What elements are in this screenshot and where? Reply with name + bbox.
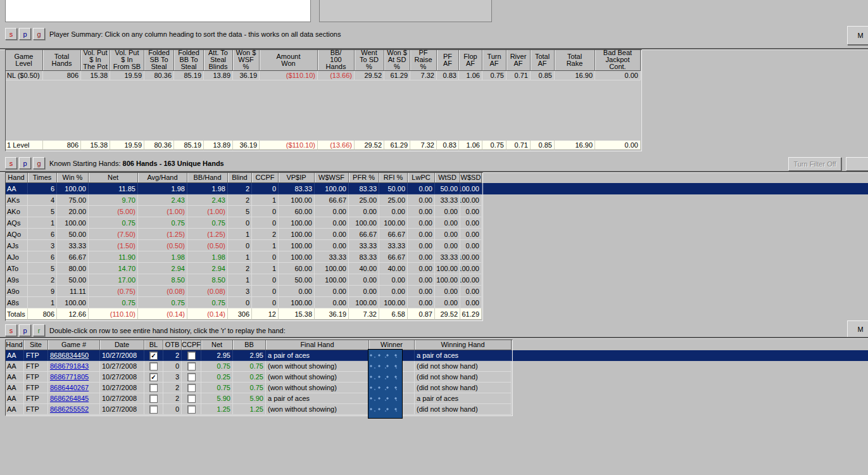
column-header-pf-raise[interactable]: PF Raise %: [410, 49, 437, 71]
column-header-bad-beat[interactable]: Bad Beat Jackpot Cont.: [595, 49, 641, 71]
column-header-date[interactable]: Date: [100, 339, 144, 350]
column-header-river-af[interactable]: River AF: [506, 49, 531, 71]
top-left-list-pane[interactable]: [5, 0, 311, 22]
table-row-selected[interactable]: AA6100.0011.851.981.982083.33100.0083.33…: [5, 183, 868, 194]
table-row[interactable]: AQo650.00(7.50)(1.25)(1.25)12100.000.006…: [5, 229, 868, 240]
checkbox-checked[interactable]: ✓: [149, 373, 158, 381]
table-row[interactable]: ATo580.0014.702.942.942160.00100.0040.00…: [5, 263, 868, 274]
table-row[interactable]: AAFTP868644026710/27/200820.750.75(won w…: [5, 383, 868, 393]
turn-filter-off-button[interactable]: Turn Filter Off: [788, 157, 841, 171]
column-header-final-hand[interactable]: Final Hand: [266, 339, 369, 350]
column-header-net[interactable]: Net: [89, 172, 138, 183]
column-header-bb-hand[interactable]: BB/Hand: [187, 172, 228, 183]
column-header-pfr[interactable]: PFR %: [349, 172, 379, 183]
checkbox-unchecked[interactable]: [187, 362, 196, 370]
history-print-button-p[interactable]: p: [19, 324, 31, 336]
column-header-wwsf[interactable]: W$WSF: [315, 172, 349, 183]
column-header-flop-af[interactable]: Flop AF: [459, 49, 482, 71]
table-row[interactable]: AQs1100.000.750.750.7500100.000.00100.00…: [5, 217, 868, 229]
column-header-vpip[interactable]: VP$IP: [279, 172, 315, 183]
column-header-hand[interactable]: Hand: [5, 172, 28, 183]
table-row[interactable]: NL ($0.50)80615.3819.5980.3685.1913.8936…: [5, 71, 641, 80]
column-header-wsd[interactable]: W$SD: [460, 172, 482, 183]
checkbox-unchecked[interactable]: [187, 373, 196, 381]
checkbox-checked[interactable]: ✓: [149, 352, 158, 360]
column-header-otb[interactable]: OTB: [163, 339, 182, 350]
checkbox-unchecked[interactable]: [149, 405, 158, 414]
table-row[interactable]: A8s1100.000.750.750.7500100.000.00100.00…: [5, 297, 868, 308]
column-header-folded-sb[interactable]: Folded SB To Steal: [144, 49, 174, 71]
game-number-link[interactable]: 8686255552: [50, 405, 89, 413]
checkbox-unchecked[interactable]: [187, 395, 196, 403]
table-row-selected[interactable]: AAFTP868683445010/27/2008✓22.952.95a pai…: [5, 350, 868, 361]
game-number-link[interactable]: 8686791843: [50, 362, 89, 370]
checkbox-unchecked[interactable]: [149, 395, 158, 403]
column-header-vpip-sb[interactable]: Vol. Put $ In From SB: [110, 49, 144, 71]
summary-print-button-p[interactable]: p: [19, 28, 31, 40]
column-header-winning-hand[interactable]: Winning Hand: [415, 339, 512, 350]
column-header-went-sd[interactable]: Went To SD %: [355, 49, 384, 71]
column-header-total-af[interactable]: Total AF: [531, 49, 555, 71]
column-header-total-rake[interactable]: Total Rake: [555, 49, 595, 71]
column-header-vpip-pot[interactable]: Vol. Put $ In The Pot: [81, 49, 110, 71]
table-row[interactable]: AJs333.33(1.50)(0.50)(0.50)01100.000.003…: [5, 240, 868, 251]
cell-text-pfr: 0.00: [363, 288, 377, 295]
history-m-button[interactable]: M: [847, 320, 868, 338]
column-header-folded-bb[interactable]: Folded BB To Steal: [174, 49, 204, 71]
summary-sort-button-s[interactable]: s: [5, 28, 17, 40]
table-row[interactable]: AAFTP868626484510/27/200825.905.90a pair…: [5, 393, 868, 404]
column-header-hand[interactable]: Hand: [5, 339, 24, 350]
column-header-net[interactable]: Net: [201, 339, 233, 350]
column-header-att-steal[interactable]: Att. To Steal Blinds: [204, 49, 233, 71]
column-header-site[interactable]: Site: [24, 339, 48, 350]
column-header-times[interactable]: Times: [28, 172, 57, 183]
game-number-link[interactable]: 8686440267: [50, 384, 89, 391]
table-row[interactable]: AKo520.00(5.00)(1.00)(1.00)5060.000.000.…: [5, 206, 868, 217]
column-header-wtsd[interactable]: WtSD: [435, 172, 460, 183]
column-header-won-sd[interactable]: Won $ At SD %: [384, 49, 410, 71]
checkbox-unchecked[interactable]: [187, 384, 196, 392]
table-row[interactable]: AAFTP868677180510/27/2008✓30.250.25(won …: [5, 372, 868, 383]
cell-text-hand: A8s: [7, 299, 19, 307]
game-number-link[interactable]: 8686771805: [50, 373, 89, 381]
cut-off-button[interactable]: [846, 157, 868, 171]
column-header-bl[interactable]: BL: [144, 339, 163, 350]
summary-graph-button-g[interactable]: g: [33, 28, 45, 40]
column-header-game-number[interactable]: Game #: [48, 339, 100, 350]
top-right-list-pane[interactable]: [319, 0, 492, 22]
checkbox-unchecked[interactable]: [187, 352, 196, 360]
table-row[interactable]: AAFTP868679184310/27/200800.750.75(won w…: [5, 361, 868, 372]
checkbox-unchecked[interactable]: [149, 362, 158, 370]
history-replay-button-r[interactable]: r: [33, 324, 45, 336]
checkbox-unchecked[interactable]: [149, 384, 158, 392]
hands-print-button-p[interactable]: p: [19, 157, 31, 169]
game-number-link[interactable]: 8686834450: [50, 352, 89, 359]
game-number-link[interactable]: 8686264845: [50, 395, 89, 402]
table-row[interactable]: AAFTP868625555210/27/200801.251.25(won w…: [5, 404, 868, 415]
cell-pfr: 100.00: [349, 217, 379, 229]
table-row[interactable]: A9o911.11(0.75)(0.08)(0.08)300.000.000.0…: [5, 286, 868, 297]
column-header-bb[interactable]: BB: [233, 339, 266, 350]
column-header-won-wsf[interactable]: Won $ WSF %: [233, 49, 260, 71]
hands-graph-button-g[interactable]: g: [33, 157, 45, 169]
table-row[interactable]: A9s250.0017.008.508.501050.00100.000.000…: [5, 274, 868, 286]
column-header-lwpc[interactable]: LwPC: [408, 172, 435, 183]
column-header-amount-won[interactable]: Amount Won: [260, 49, 318, 71]
column-header-pf-af[interactable]: PF AF: [437, 49, 459, 71]
column-header-win-pct[interactable]: Win %: [57, 172, 89, 183]
table-row[interactable]: AKs475.009.702.432.4321100.0066.6725.002…: [5, 194, 868, 206]
column-header-total-hands[interactable]: Total Hands: [43, 49, 81, 71]
column-header-level[interactable]: Game Level: [5, 49, 43, 71]
column-header-rfi[interactable]: RFI %: [379, 172, 408, 183]
column-header-avg-hand[interactable]: Avg/Hand: [138, 172, 187, 183]
table-row[interactable]: AJo666.6711.901.981.9810100.0033.3383.33…: [5, 251, 868, 263]
column-header-blind[interactable]: Blind: [228, 172, 252, 183]
checkbox-unchecked[interactable]: [187, 405, 196, 414]
column-header-ccpf[interactable]: CCPF: [252, 172, 279, 183]
column-header-ccpf[interactable]: CCPF: [182, 339, 201, 350]
column-header-bb100[interactable]: BB/ 100 Hands: [318, 49, 355, 71]
summary-m-button[interactable]: M: [847, 26, 868, 45]
hands-sort-button-s[interactable]: s: [5, 157, 17, 169]
column-header-turn-af[interactable]: Turn AF: [482, 49, 506, 71]
history-sort-button-s[interactable]: s: [5, 324, 17, 336]
